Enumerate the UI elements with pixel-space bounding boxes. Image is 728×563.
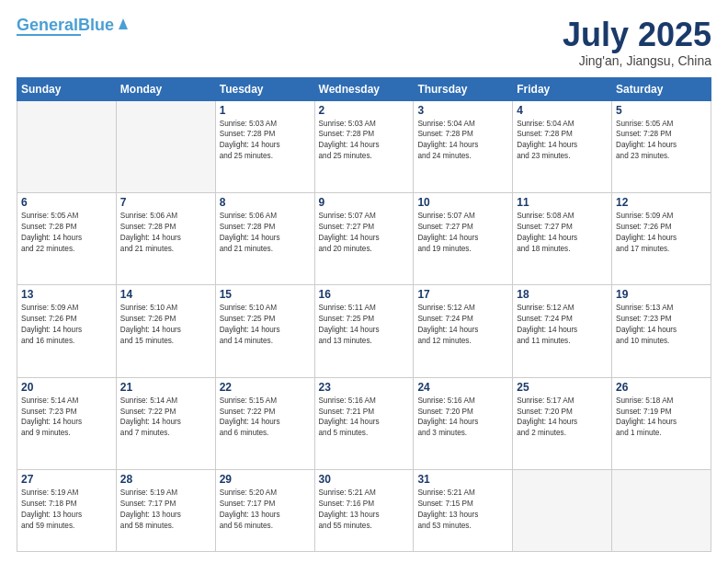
logo-line2: Blue (78, 16, 114, 34)
logo-line1: General (17, 16, 78, 34)
logo-divider (17, 34, 81, 36)
location: Jing'an, Jiangsu, China (563, 53, 711, 68)
day-number: 19 (616, 288, 707, 301)
calendar-cell: 10Sunrise: 5:07 AM Sunset: 7:27 PM Dayli… (414, 192, 513, 284)
day-number: 7 (120, 196, 211, 209)
calendar-cell: 21Sunrise: 5:14 AM Sunset: 7:22 PM Dayli… (116, 377, 215, 469)
calendar-cell: 12Sunrise: 5:09 AM Sunset: 7:26 PM Dayli… (612, 192, 711, 284)
page: GeneralBlue July 2025 Jing'an, Jiangsu, … (0, 0, 728, 563)
calendar-table: SundayMondayTuesdayWednesdayThursdayFrid… (17, 77, 711, 552)
day-info: Sunrise: 5:03 AM Sunset: 7:28 PM Dayligh… (319, 119, 410, 163)
day-number: 17 (417, 288, 508, 301)
svg-marker-0 (119, 18, 128, 29)
day-info: Sunrise: 5:20 AM Sunset: 7:17 PM Dayligh… (220, 488, 311, 532)
day-number: 12 (616, 196, 707, 209)
day-info: Sunrise: 5:12 AM Sunset: 7:24 PM Dayligh… (417, 303, 508, 347)
day-number: 21 (120, 381, 211, 394)
calendar-cell: 8Sunrise: 5:06 AM Sunset: 7:28 PM Daylig… (215, 192, 314, 284)
day-info: Sunrise: 5:10 AM Sunset: 7:25 PM Dayligh… (220, 303, 311, 347)
day-info: Sunrise: 5:21 AM Sunset: 7:16 PM Dayligh… (319, 488, 410, 532)
calendar-cell: 24Sunrise: 5:16 AM Sunset: 7:20 PM Dayli… (414, 377, 513, 469)
day-info: Sunrise: 5:12 AM Sunset: 7:24 PM Dayligh… (517, 303, 608, 347)
day-info: Sunrise: 5:15 AM Sunset: 7:22 PM Dayligh… (220, 396, 311, 440)
title-block: July 2025 Jing'an, Jiangsu, China (563, 17, 711, 68)
day-number: 14 (120, 288, 211, 301)
day-number: 23 (319, 381, 410, 394)
calendar-cell (612, 470, 711, 552)
weekday-header-monday: Monday (116, 77, 215, 100)
day-number: 9 (319, 196, 410, 209)
day-info: Sunrise: 5:14 AM Sunset: 7:23 PM Dayligh… (21, 396, 112, 440)
calendar-cell (513, 470, 612, 552)
calendar-cell: 18Sunrise: 5:12 AM Sunset: 7:24 PM Dayli… (513, 285, 612, 377)
month-year: July 2025 (563, 17, 711, 53)
day-info: Sunrise: 5:19 AM Sunset: 7:17 PM Dayligh… (120, 488, 211, 532)
day-number: 25 (517, 381, 608, 394)
day-info: Sunrise: 5:09 AM Sunset: 7:26 PM Dayligh… (21, 303, 112, 347)
day-number: 10 (417, 196, 508, 209)
calendar-cell: 11Sunrise: 5:08 AM Sunset: 7:27 PM Dayli… (513, 192, 612, 284)
day-number: 20 (21, 381, 112, 394)
day-info: Sunrise: 5:07 AM Sunset: 7:27 PM Dayligh… (417, 211, 508, 255)
calendar-cell: 19Sunrise: 5:13 AM Sunset: 7:23 PM Dayli… (612, 285, 711, 377)
weekday-header-saturday: Saturday (612, 77, 711, 100)
day-info: Sunrise: 5:07 AM Sunset: 7:27 PM Dayligh… (319, 211, 410, 255)
weekday-header-friday: Friday (513, 77, 612, 100)
calendar-cell: 16Sunrise: 5:11 AM Sunset: 7:25 PM Dayli… (314, 285, 414, 377)
week-row-1: 1Sunrise: 5:03 AM Sunset: 7:28 PM Daylig… (17, 100, 711, 192)
logo-icon (115, 15, 131, 31)
calendar-cell: 29Sunrise: 5:20 AM Sunset: 7:17 PM Dayli… (215, 470, 314, 552)
day-number: 31 (417, 473, 508, 486)
day-number: 13 (21, 288, 112, 301)
calendar-cell: 14Sunrise: 5:10 AM Sunset: 7:26 PM Dayli… (116, 285, 215, 377)
weekday-header-sunday: Sunday (17, 77, 117, 100)
header: GeneralBlue July 2025 Jing'an, Jiangsu, … (17, 17, 711, 68)
calendar-cell: 5Sunrise: 5:05 AM Sunset: 7:28 PM Daylig… (612, 100, 711, 192)
weekday-header-thursday: Thursday (414, 77, 513, 100)
calendar-cell: 9Sunrise: 5:07 AM Sunset: 7:27 PM Daylig… (314, 192, 414, 284)
day-number: 11 (517, 196, 608, 209)
day-number: 8 (220, 196, 311, 209)
calendar-cell: 1Sunrise: 5:03 AM Sunset: 7:28 PM Daylig… (215, 100, 314, 192)
day-info: Sunrise: 5:11 AM Sunset: 7:25 PM Dayligh… (319, 303, 410, 347)
day-number: 28 (120, 473, 211, 486)
calendar-cell: 27Sunrise: 5:19 AM Sunset: 7:18 PM Dayli… (17, 470, 117, 552)
day-number: 3 (417, 104, 508, 117)
logo: GeneralBlue (17, 17, 131, 36)
calendar-cell: 25Sunrise: 5:17 AM Sunset: 7:20 PM Dayli… (513, 377, 612, 469)
day-number: 6 (21, 196, 112, 209)
day-number: 26 (616, 381, 707, 394)
day-number: 18 (517, 288, 608, 301)
calendar-cell: 31Sunrise: 5:21 AM Sunset: 7:15 PM Dayli… (414, 470, 513, 552)
day-info: Sunrise: 5:03 AM Sunset: 7:28 PM Dayligh… (220, 119, 311, 163)
weekday-header-tuesday: Tuesday (215, 77, 314, 100)
day-info: Sunrise: 5:16 AM Sunset: 7:20 PM Dayligh… (417, 396, 508, 440)
day-info: Sunrise: 5:04 AM Sunset: 7:28 PM Dayligh… (417, 119, 508, 163)
day-number: 24 (417, 381, 508, 394)
day-info: Sunrise: 5:05 AM Sunset: 7:28 PM Dayligh… (21, 211, 112, 255)
day-info: Sunrise: 5:08 AM Sunset: 7:27 PM Dayligh… (517, 211, 608, 255)
calendar-cell: 23Sunrise: 5:16 AM Sunset: 7:21 PM Dayli… (314, 377, 414, 469)
calendar-cell: 26Sunrise: 5:18 AM Sunset: 7:19 PM Dayli… (612, 377, 711, 469)
day-info: Sunrise: 5:19 AM Sunset: 7:18 PM Dayligh… (21, 488, 112, 532)
calendar-cell (116, 100, 215, 192)
day-number: 5 (616, 104, 707, 117)
calendar-cell: 4Sunrise: 5:04 AM Sunset: 7:28 PM Daylig… (513, 100, 612, 192)
day-info: Sunrise: 5:13 AM Sunset: 7:23 PM Dayligh… (616, 303, 707, 347)
day-info: Sunrise: 5:06 AM Sunset: 7:28 PM Dayligh… (120, 211, 211, 255)
day-info: Sunrise: 5:05 AM Sunset: 7:28 PM Dayligh… (616, 119, 707, 163)
calendar-cell: 2Sunrise: 5:03 AM Sunset: 7:28 PM Daylig… (314, 100, 414, 192)
calendar-cell: 28Sunrise: 5:19 AM Sunset: 7:17 PM Dayli… (116, 470, 215, 552)
day-number: 1 (220, 104, 311, 117)
day-number: 15 (220, 288, 311, 301)
day-info: Sunrise: 5:06 AM Sunset: 7:28 PM Dayligh… (220, 211, 311, 255)
day-info: Sunrise: 5:10 AM Sunset: 7:26 PM Dayligh… (120, 303, 211, 347)
weekday-header-row: SundayMondayTuesdayWednesdayThursdayFrid… (17, 77, 711, 100)
calendar-cell: 20Sunrise: 5:14 AM Sunset: 7:23 PM Dayli… (17, 377, 117, 469)
day-number: 27 (21, 473, 112, 486)
week-row-4: 20Sunrise: 5:14 AM Sunset: 7:23 PM Dayli… (17, 377, 711, 469)
day-number: 29 (220, 473, 311, 486)
day-number: 22 (220, 381, 311, 394)
calendar-cell: 7Sunrise: 5:06 AM Sunset: 7:28 PM Daylig… (116, 192, 215, 284)
day-number: 4 (517, 104, 608, 117)
